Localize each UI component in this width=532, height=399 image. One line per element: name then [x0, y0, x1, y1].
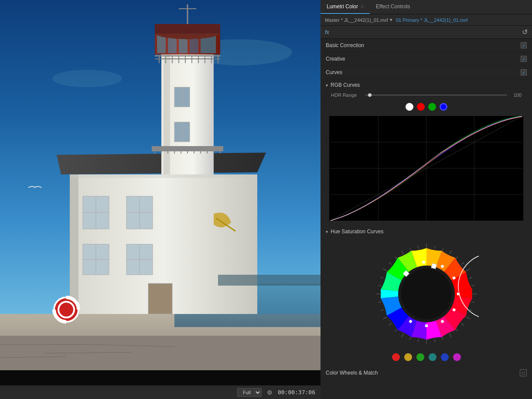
tab-effect-controls[interactable]: Effect Controls: [370, 0, 416, 14]
video-controls-bar: Full ⚙ 00:00:37:06: [0, 385, 321, 399]
section-creative[interactable]: Creative ✓: [321, 52, 532, 66]
basic-correction-label: Basic Correction: [326, 42, 364, 48]
video-panel: Full ⚙ 00:00:37:06: [0, 0, 321, 399]
curves-checkbox[interactable]: ✓: [521, 69, 527, 75]
svg-line-94: [461, 323, 464, 325]
svg-line-85: [456, 256, 457, 259]
svg-line-83: [442, 248, 443, 251]
svg-line-111: [383, 269, 387, 271]
main-layout: Full ⚙ 00:00:37:06 Lumetri Color ≡ Effec…: [0, 0, 532, 399]
video-area: [0, 0, 321, 385]
svg-line-109: [378, 286, 381, 286]
svg-rect-35: [155, 24, 220, 34]
svg-line-100: [418, 339, 418, 342]
channel-btn-white[interactable]: [406, 103, 413, 111]
rgb-curves-label: RGB Curves: [331, 82, 360, 88]
hue-btn-blue[interactable]: [441, 353, 449, 361]
svg-line-113: [395, 256, 397, 259]
svg-line-102: [401, 334, 403, 338]
curves-graph-container: [321, 114, 532, 226]
hue-sat-header[interactable]: ▾ Hue Saturation Curves: [321, 226, 532, 237]
svg-rect-6: [70, 174, 78, 314]
svg-rect-23: [164, 52, 170, 174]
rgb-curves-header[interactable]: ▾ RGB Curves: [321, 79, 532, 91]
svg-line-106: [380, 310, 383, 310]
svg-line-82: [434, 246, 435, 249]
section-basic-correction[interactable]: Basic Correction ✓: [321, 39, 532, 52]
svg-line-93: [466, 317, 470, 319]
video-preview: [0, 0, 321, 370]
svg-line-86: [461, 263, 464, 264]
hdr-slider-thumb[interactable]: [368, 93, 372, 97]
svg-line-114: [401, 250, 403, 254]
hdr-value: 100: [511, 92, 522, 98]
svg-line-95: [456, 329, 457, 331]
svg-line-105: [383, 317, 387, 319]
channel-btn-green[interactable]: [428, 103, 436, 111]
reset-button[interactable]: ↺: [522, 28, 528, 36]
svg-rect-117: [422, 261, 425, 264]
svg-point-79: [401, 269, 452, 319]
hue-btn-magenta[interactable]: [453, 353, 461, 361]
curves-label: Curves: [326, 69, 342, 75]
svg-line-87: [466, 269, 470, 271]
primary-clip-selector[interactable]: 01 Primary * JL__2442(1)_01.mxf: [396, 17, 467, 23]
master-clip-selector[interactable]: Master * JL__2442(1)_01.mxf ▾: [325, 17, 392, 23]
svg-line-101: [409, 337, 410, 340]
svg-line-112: [389, 263, 391, 264]
tabs-bar: Lumetri Color ≡ Effect Controls: [321, 0, 532, 14]
svg-line-107: [378, 302, 381, 302]
curves-graph[interactable]: [329, 116, 523, 221]
fx-bar: fx ↺: [321, 26, 532, 39]
hue-btn-red[interactable]: [392, 353, 400, 361]
rgb-curves-chevron: ▾: [326, 83, 328, 88]
timecode-display: 00:00:37:06: [278, 389, 315, 396]
svg-point-2: [52, 70, 122, 87]
svg-line-88: [469, 277, 472, 278]
section-curves[interactable]: Curves ✓: [321, 66, 532, 79]
svg-rect-65: [218, 275, 321, 286]
hue-wheel-svg[interactable]: [374, 242, 479, 346]
hue-btn-teal[interactable]: [429, 353, 437, 361]
color-wheels-expand[interactable]: □: [520, 369, 527, 376]
svg-rect-21: [148, 283, 172, 314]
tab-lumetri-label: Lumetri Color: [327, 3, 358, 10]
hue-sat-section: ▾ Hue Saturation Curves: [321, 226, 532, 365]
svg-line-92: [469, 310, 472, 310]
channel-buttons: [321, 99, 532, 114]
hue-sat-label: Hue Saturation Curves: [331, 228, 383, 235]
color-wheels-label: Color Wheels & Match: [326, 370, 378, 376]
creative-checkbox[interactable]: ✓: [521, 56, 527, 62]
settings-icon[interactable]: ⚙: [267, 389, 273, 396]
svg-rect-126: [431, 263, 436, 269]
svg-line-115: [409, 248, 410, 251]
svg-line-110: [380, 277, 383, 278]
tab-lumetri-color[interactable]: Lumetri Color ≡: [321, 0, 370, 14]
primary-clip-label: 01 Primary * JL__2442(1)_01.mxf: [396, 17, 467, 23]
tab-effect-label: Effect Controls: [376, 3, 410, 10]
quality-select[interactable]: Full: [237, 388, 262, 397]
hue-btn-yellow[interactable]: [404, 353, 412, 361]
curves-section: Curves ✓ ▾ RGB Curves HDR Range 100: [321, 66, 532, 226]
svg-rect-120: [457, 293, 460, 295]
hdr-slider-track[interactable]: [365, 95, 507, 95]
hue-btn-green[interactable]: [416, 353, 424, 361]
svg-line-91: [471, 302, 474, 302]
svg-line-97: [442, 337, 443, 340]
color-wheels-section[interactable]: Color Wheels & Match □: [321, 365, 532, 380]
svg-line-98: [434, 339, 435, 342]
creative-label: Creative: [326, 56, 345, 62]
svg-line-116: [418, 246, 418, 249]
master-clip-label: Master * JL__2442(1)_01.mxf: [325, 17, 388, 23]
hue-sat-chevron: ▾: [326, 229, 328, 234]
tab-lumetri-separator: ≡: [361, 3, 364, 10]
channel-btn-blue[interactable]: [440, 103, 447, 111]
hue-color-buttons: [321, 351, 532, 365]
master-dropdown-icon: ▾: [390, 17, 392, 23]
basic-correction-checkbox[interactable]: ✓: [521, 42, 527, 48]
svg-rect-7: [70, 174, 257, 178]
svg-line-89: [471, 286, 474, 286]
svg-line-96: [449, 334, 451, 338]
fx-label: fx: [325, 29, 329, 35]
channel-btn-red[interactable]: [417, 103, 425, 111]
